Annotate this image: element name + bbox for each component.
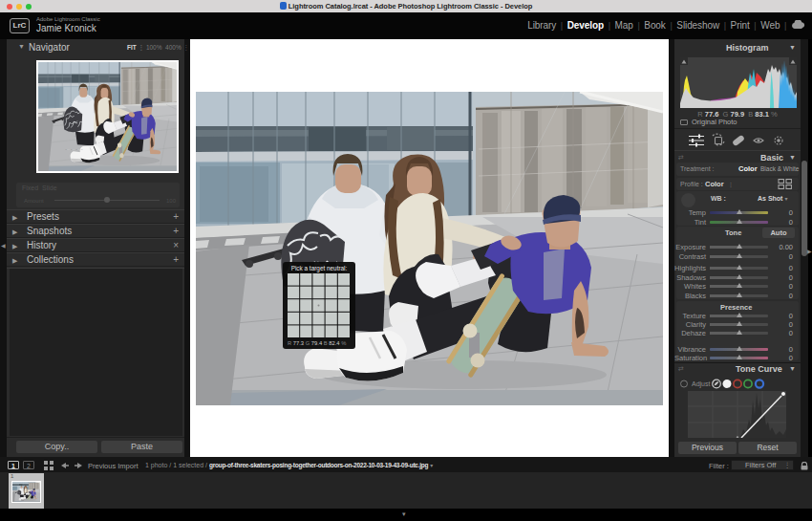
svg-text:Pick a target neutral:: Pick a target neutral: bbox=[291, 265, 348, 272]
svg-text:R 77.3 G 79.4 B 82.4 %: R 77.3 G 79.4 B 82.4 % bbox=[288, 340, 346, 346]
svg-text:Adjust :: Adjust : bbox=[692, 380, 714, 388]
